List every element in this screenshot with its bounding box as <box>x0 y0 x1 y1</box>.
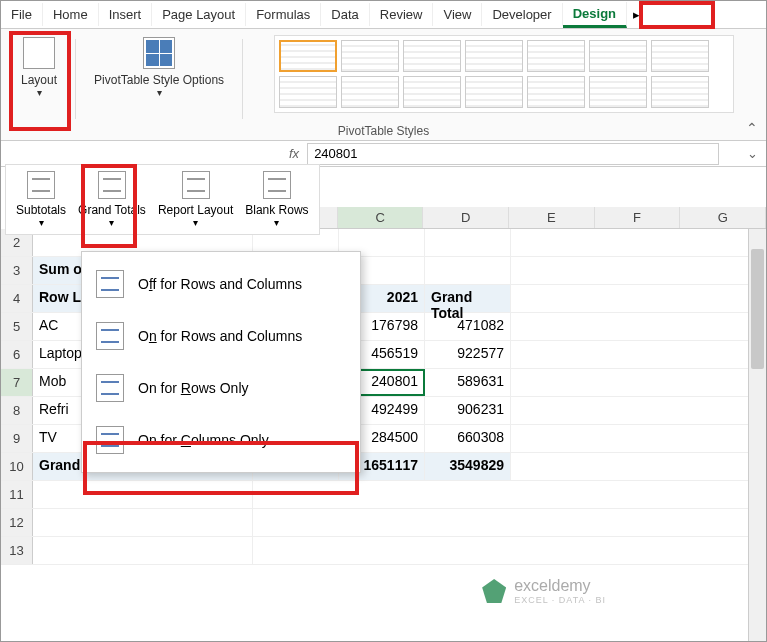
table-row: 12 <box>1 509 766 537</box>
row-header[interactable]: 6 <box>1 341 33 368</box>
col-header-c[interactable]: C <box>338 207 424 228</box>
row-header[interactable]: 3 <box>1 257 33 284</box>
cell[interactable] <box>425 229 511 256</box>
tab-scroll-right-icon[interactable]: ▸ <box>627 3 646 26</box>
menu-label: On for Rows Only <box>138 380 249 396</box>
cell[interactable] <box>33 481 253 508</box>
style-thumb[interactable] <box>465 40 523 72</box>
subtotals-label: Subtotals <box>16 203 66 217</box>
cell[interactable]: 471082 <box>425 313 511 340</box>
blank-rows-button[interactable]: Blank Rows ▾ <box>241 169 312 230</box>
menu-on-rows-cols[interactable]: On for Rows and Columns <box>82 310 360 362</box>
col-header-f[interactable]: F <box>595 207 681 228</box>
tab-review[interactable]: Review <box>370 3 434 26</box>
style-thumb[interactable] <box>651 40 709 72</box>
cell[interactable]: 660308 <box>425 425 511 452</box>
row-header[interactable]: 4 <box>1 285 33 312</box>
menu-label: On for Rows and Columns <box>138 328 302 344</box>
row-header[interactable]: 10 <box>1 453 33 480</box>
col-header-e[interactable]: E <box>509 207 595 228</box>
tab-formulas[interactable]: Formulas <box>246 3 321 26</box>
menu-icon <box>96 322 124 350</box>
row-header[interactable]: 9 <box>1 425 33 452</box>
grand-totals-button[interactable]: Grand Totals ▾ <box>74 169 150 230</box>
chevron-down-icon: ▾ <box>274 217 279 228</box>
formula-expand-icon[interactable]: ⌄ <box>739 146 766 161</box>
col-header-g[interactable]: G <box>680 207 766 228</box>
grand-totals-menu: Off for Rows and Columns On for Rows and… <box>81 251 361 473</box>
style-thumb[interactable] <box>527 76 585 108</box>
pivottable-styles-gallery[interactable] <box>274 35 734 113</box>
cell[interactable]: 589631 <box>425 369 511 396</box>
tab-design[interactable]: Design <box>563 2 627 28</box>
separator <box>75 39 76 119</box>
grand-totals-label: Grand Totals <box>78 203 146 217</box>
style-thumb[interactable] <box>403 76 461 108</box>
cell[interactable]: 906231 <box>425 397 511 424</box>
style-thumb[interactable] <box>527 40 585 72</box>
formula-input[interactable] <box>307 143 719 165</box>
watermark-sub: EXCEL · DATA · BI <box>514 595 606 605</box>
menu-icon <box>96 374 124 402</box>
cell[interactable]: Grand Total <box>425 285 511 312</box>
table-row: 11 <box>1 481 766 509</box>
style-thumb[interactable] <box>589 76 647 108</box>
menu-on-columns-only[interactable]: On for Columns Only <box>82 414 360 466</box>
menu-label: Off for Rows and Columns <box>138 276 302 292</box>
style-thumb[interactable] <box>341 40 399 72</box>
row-header[interactable]: 12 <box>1 509 33 536</box>
styles-group-label: PivotTable Styles <box>338 124 429 138</box>
cell[interactable] <box>33 537 253 564</box>
row-header[interactable]: 7 <box>1 369 33 396</box>
menu-label: On for Columns Only <box>138 432 269 448</box>
tab-developer[interactable]: Developer <box>482 3 562 26</box>
cell[interactable] <box>425 257 511 284</box>
report-layout-icon <box>182 171 210 199</box>
style-thumb[interactable] <box>279 40 337 72</box>
layout-subpanel: Subtotals ▾ Grand Totals ▾ Report Layout… <box>5 164 320 235</box>
style-thumb[interactable] <box>403 40 461 72</box>
ribbon-tabs: File Home Insert Page Layout Formulas Da… <box>1 1 766 29</box>
collapse-ribbon-icon[interactable]: ⌃ <box>746 120 758 136</box>
row-header[interactable]: 11 <box>1 481 33 508</box>
row-header[interactable]: 8 <box>1 397 33 424</box>
tab-file[interactable]: File <box>1 3 43 26</box>
cell[interactable] <box>33 509 253 536</box>
col-header-d[interactable]: D <box>423 207 509 228</box>
ribbon: Layout ▾ PivotTable Style Options ▾ <box>1 29 766 141</box>
row-header[interactable]: 5 <box>1 313 33 340</box>
style-thumb[interactable] <box>651 76 709 108</box>
blank-rows-icon <box>263 171 291 199</box>
menu-icon <box>96 270 124 298</box>
style-thumb[interactable] <box>589 40 647 72</box>
report-layout-label: Report Layout <box>158 203 233 217</box>
scroll-thumb[interactable] <box>751 249 764 369</box>
menu-on-rows-only[interactable]: On for Rows Only <box>82 362 360 414</box>
report-layout-button[interactable]: Report Layout ▾ <box>154 169 237 230</box>
layout-button[interactable]: Layout ▾ <box>17 35 61 100</box>
style-thumb[interactable] <box>279 76 337 108</box>
chevron-down-icon: ▾ <box>193 217 198 228</box>
tab-view[interactable]: View <box>433 3 482 26</box>
cell[interactable]: 922577 <box>425 341 511 368</box>
chevron-down-icon: ▾ <box>109 217 114 228</box>
layout-label: Layout <box>21 73 57 87</box>
tab-data[interactable]: Data <box>321 3 369 26</box>
tab-insert[interactable]: Insert <box>99 3 153 26</box>
fx-icon[interactable]: fx <box>281 146 307 161</box>
layout-icon <box>23 37 55 69</box>
pt-options-label: PivotTable Style Options <box>94 73 224 87</box>
tab-home[interactable]: Home <box>43 3 99 26</box>
subtotals-icon <box>27 171 55 199</box>
style-thumb[interactable] <box>341 76 399 108</box>
menu-icon <box>96 426 124 454</box>
tab-page-layout[interactable]: Page Layout <box>152 3 246 26</box>
vertical-scrollbar[interactable] <box>748 229 766 641</box>
subtotals-button[interactable]: Subtotals ▾ <box>12 169 70 230</box>
grid-icon <box>143 37 175 69</box>
cell[interactable]: 3549829 <box>425 453 511 480</box>
row-header[interactable]: 13 <box>1 537 33 564</box>
menu-off-rows-cols[interactable]: Off for Rows and Columns <box>82 258 360 310</box>
pivottable-style-options-button[interactable]: PivotTable Style Options ▾ <box>90 35 228 100</box>
style-thumb[interactable] <box>465 76 523 108</box>
